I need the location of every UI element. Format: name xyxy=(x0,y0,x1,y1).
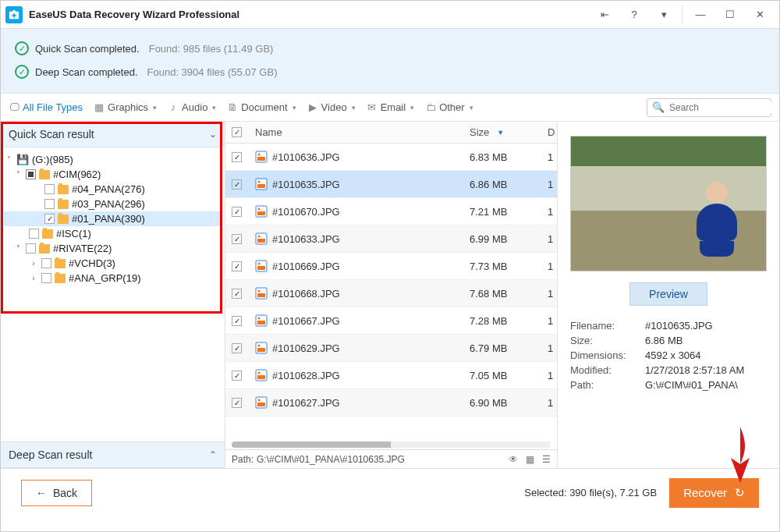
menu-dropdown-icon[interactable]: ▾ xyxy=(649,4,679,26)
tree-node-rivate[interactable]: ˅#RIVATE(22) xyxy=(4,241,222,256)
tree-node-cim[interactable]: ˅#CIM(962) xyxy=(4,167,222,182)
filter-other[interactable]: 🗀Other▾ xyxy=(425,101,473,113)
help-icon[interactable]: ? xyxy=(619,4,649,26)
column-name[interactable]: Name xyxy=(249,126,463,138)
tree-node-vchd[interactable]: ›#VCHD(3) xyxy=(4,256,222,271)
tree-node-isc[interactable]: #ISC(1) xyxy=(4,226,222,241)
minimize-button[interactable]: — xyxy=(686,4,715,26)
checkbox[interactable] xyxy=(29,229,39,239)
column-size[interactable]: Size▼ xyxy=(463,126,541,138)
svg-rect-17 xyxy=(257,266,265,270)
search-input[interactable] xyxy=(669,102,780,113)
checkbox[interactable] xyxy=(44,184,55,194)
deep-scan-label: Deep Scan completed. xyxy=(35,66,138,78)
row-checkbox[interactable]: ✓ xyxy=(232,152,242,162)
row-checkbox[interactable]: ✓ xyxy=(232,289,242,299)
select-all-checkbox[interactable]: ✓ xyxy=(232,127,242,137)
file-d: 1 xyxy=(541,151,557,163)
svg-rect-8 xyxy=(257,184,265,188)
file-name: #1010633.JPG xyxy=(272,233,340,245)
list-view-icon[interactable]: ☰ xyxy=(542,454,551,465)
svg-point-6 xyxy=(258,154,261,156)
footer-bar: ← Back Selected: 390 file(s), 7.21 GB Re… xyxy=(1,468,779,516)
row-checkbox[interactable]: ✓ xyxy=(232,234,242,244)
maximize-button[interactable]: ☐ xyxy=(715,4,745,26)
filter-audio[interactable]: ♪Audio▾ xyxy=(168,101,216,113)
tree-node-anagrp[interactable]: ›#ANA_GRP(19) xyxy=(4,271,222,286)
checkbox-checked[interactable]: ✓ xyxy=(44,214,55,224)
file-size: 6.99 MB xyxy=(463,233,541,245)
filter-document[interactable]: 🗎Document▾ xyxy=(227,101,296,113)
checkbox-partial[interactable] xyxy=(26,169,36,179)
row-checkbox[interactable]: ✓ xyxy=(232,261,242,271)
row-checkbox[interactable]: ✓ xyxy=(232,207,242,217)
eye-icon[interactable]: 👁 xyxy=(509,454,518,465)
tree-node-pana01[interactable]: ✓#01_PANA(390) xyxy=(4,211,222,226)
filter-bar: 🖵 All File Types ▦Graphics▾ ♪Audio▾ 🗎Doc… xyxy=(1,94,779,122)
table-row[interactable]: ✓#1010669.JPG7.73 MB1 xyxy=(225,253,557,280)
file-list-body[interactable]: ✓#1010636.JPG6.83 MB1✓#1010635.JPG6.86 M… xyxy=(225,144,557,442)
filter-all-types[interactable]: 🖵 All File Types xyxy=(9,101,83,113)
chevron-down-icon: ▾ xyxy=(292,104,296,112)
file-d: 1 xyxy=(541,342,557,354)
deep-scan-result-header[interactable]: Deep Scan result ⌃ xyxy=(1,442,225,468)
export-icon[interactable]: ⇤ xyxy=(590,4,619,26)
svg-point-24 xyxy=(258,317,261,320)
image-icon: ▦ xyxy=(94,103,105,112)
tree-node-drive[interactable]: ˅💾(G:)(985) xyxy=(4,152,222,167)
row-checkbox[interactable]: ✓ xyxy=(232,316,242,326)
preview-button[interactable]: Preview xyxy=(629,282,707,306)
row-checkbox[interactable]: ✓ xyxy=(232,179,242,190)
filter-all-label: All File Types xyxy=(23,101,83,113)
row-checkbox[interactable]: ✓ xyxy=(232,343,242,353)
close-button[interactable]: ✕ xyxy=(745,4,775,26)
tree-node-pana03[interactable]: #03_PANA(296) xyxy=(4,197,222,211)
horizontal-scrollbar[interactable] xyxy=(232,442,551,448)
row-checkbox[interactable]: ✓ xyxy=(232,398,242,408)
table-row[interactable]: ✓#1010633.JPG6.99 MB1 xyxy=(225,225,557,253)
table-row[interactable]: ✓#1010670.JPG7.21 MB1 xyxy=(225,198,557,225)
table-row[interactable]: ✓#1010627.JPG6.90 MB1 xyxy=(225,389,557,417)
table-row[interactable]: ✓#1010636.JPG6.83 MB1 xyxy=(225,144,557,171)
svg-rect-23 xyxy=(257,321,265,325)
checkbox[interactable] xyxy=(26,243,36,254)
table-row[interactable]: ✓#1010667.JPG7.28 MB1 xyxy=(225,307,557,335)
collapse-icon[interactable]: ˅ xyxy=(4,155,13,164)
file-size: 7.05 MB xyxy=(463,370,541,381)
file-name: #1010669.JPG xyxy=(272,261,340,272)
folder-tree[interactable]: ˅💾(G:)(985) ˅#CIM(962) #04_PANA(276) #03… xyxy=(1,147,225,442)
grid-view-icon[interactable]: ▦ xyxy=(526,454,534,465)
table-row[interactable]: ✓#1010629.JPG6.79 MB1 xyxy=(225,335,557,362)
chevron-down-icon: ▾ xyxy=(470,104,473,112)
column-date[interactable]: D xyxy=(541,126,557,138)
path-label: Path: xyxy=(232,454,254,465)
filter-graphics[interactable]: ▦Graphics▾ xyxy=(94,101,157,113)
checkbox[interactable] xyxy=(41,258,51,268)
quick-scan-result-header[interactable]: Quick Scan result ⌄ xyxy=(1,122,225,147)
table-row[interactable]: ✓#1010668.JPG7.68 MB1 xyxy=(225,280,557,307)
tree-pane: Quick Scan result ⌄ ˅💾(G:)(985) ˅#CIM(96… xyxy=(1,122,225,468)
checkbox[interactable] xyxy=(41,273,51,283)
collapse-icon[interactable]: ˅ xyxy=(13,170,23,179)
play-icon: ▶ xyxy=(307,103,318,112)
tree-node-pana04[interactable]: #04_PANA(276) xyxy=(4,182,222,197)
expand-icon[interactable]: › xyxy=(29,259,38,268)
filter-email[interactable]: ✉Email▾ xyxy=(367,101,415,113)
recover-button[interactable]: Recover ↻ xyxy=(669,478,759,508)
table-row[interactable]: ✓#1010635.JPG6.86 MB1 xyxy=(225,171,557,198)
filter-video[interactable]: ▶Video▾ xyxy=(307,101,356,113)
collapse-icon[interactable]: ˅ xyxy=(13,244,23,253)
meta-modified-key: Modified: xyxy=(570,364,645,376)
back-button[interactable]: ← Back xyxy=(21,480,92,506)
expand-icon[interactable]: › xyxy=(29,274,38,282)
checkbox[interactable] xyxy=(44,199,55,209)
row-checkbox[interactable]: ✓ xyxy=(232,371,242,381)
document-icon: 🗎 xyxy=(227,103,238,112)
jpg-file-icon xyxy=(255,396,268,409)
table-row[interactable]: ✓#1010628.JPG7.05 MB1 xyxy=(225,362,557,389)
folder-icon xyxy=(39,170,50,179)
jpg-file-icon xyxy=(255,369,268,381)
search-field[interactable]: 🔍 xyxy=(647,98,771,117)
meta-size-value: 6.86 MB xyxy=(645,335,767,346)
file-d: 1 xyxy=(541,233,557,245)
